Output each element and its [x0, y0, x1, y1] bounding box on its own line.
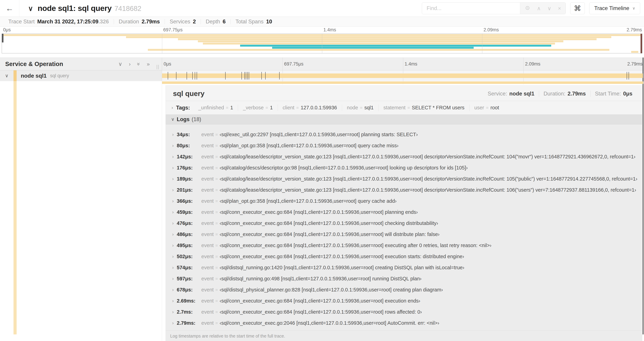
log-equals: =	[215, 221, 218, 226]
summary-item: Duration2.79ms	[114, 19, 165, 25]
tag-key: user	[474, 105, 484, 111]
log-entry-row[interactable]: ›678μs:event=‹sql/distsql_physical_plann…	[166, 284, 642, 295]
tag-key: node	[347, 105, 358, 111]
tag-equals: =	[226, 105, 228, 110]
tag-item: user=root	[470, 104, 504, 111]
log-marker-tick	[279, 72, 280, 80]
expand-one-icon[interactable]: ›	[129, 61, 130, 67]
log-marker-tick	[628, 72, 629, 80]
log-expand-chevron-icon: ›	[169, 187, 177, 192]
span-collapse-chevron-icon[interactable]: ∨	[0, 73, 14, 79]
summary-item: Services2	[165, 19, 201, 25]
back-button[interactable]: ←	[0, 0, 20, 17]
log-field-value: ‹sql/conn_executor_exec.go:684 [nsql1,cl…	[220, 220, 438, 226]
log-field-value: ‹sql/catalog/descs/descriptor.go:98 [nsq…	[220, 165, 468, 171]
log-entry-row[interactable]: ›476μs:event=‹sql/conn_executor_exec.go:…	[166, 218, 642, 229]
log-expand-chevron-icon: ›	[169, 287, 177, 292]
log-marker-tick	[168, 72, 168, 80]
log-expand-chevron-icon: ›	[169, 309, 177, 314]
summary-value: 2.79ms	[142, 19, 160, 25]
top-bar-actions: ∧ ∨ × ⌘ Trace Timeline ∨	[422, 3, 644, 14]
log-entry-row[interactable]: ›597μs:event=‹sql/distsql_running.go:498…	[166, 273, 642, 284]
span-row-name-cell[interactable]: ∨ node sql1 sql query	[0, 70, 162, 81]
tick-label: 0μs	[2, 27, 11, 33]
log-entry-row[interactable]: ›201μs:event=‹sql/catalog/lease/descript…	[166, 184, 642, 195]
log-expand-chevron-icon: ›	[169, 265, 177, 270]
logs-section-header[interactable]: ∨ Logs (18)	[166, 114, 642, 124]
view-selector-button[interactable]: Trace Timeline ∨	[589, 3, 640, 14]
tag-value: root	[490, 105, 499, 111]
timeline-right-edge-scrollbar[interactable]	[642, 58, 644, 334]
clear-find-icon[interactable]: ×	[558, 6, 561, 11]
prev-result-icon[interactable]: ∧	[537, 6, 541, 11]
tick-label: 1.4ms	[322, 27, 336, 33]
tags-expand-chevron-icon[interactable]: ›	[168, 105, 176, 110]
log-entry-row[interactable]: ›80μs:event=‹sql/plan_opt.go:358 [nsql1,…	[166, 140, 642, 151]
log-entry-row[interactable]: ›366μs:event=‹sql/plan_opt.go:358 [nsql1…	[166, 195, 642, 207]
span-detail-operation: sql query	[173, 90, 204, 98]
log-timestamp: 176μs:	[177, 165, 201, 171]
logs-footnote: Log timestamps are relative to the start…	[166, 330, 642, 341]
log-entry-row[interactable]: ›2.79ms:event=‹sql/conn_executor_exec.go…	[166, 317, 642, 328]
timeline-header-row: Service & Operation ∨ › » » || 0μs697.75…	[0, 58, 644, 70]
summary-value: 10	[266, 19, 272, 25]
log-entry-row[interactable]: ›34μs:event=‹sql/exec_util.go:2297 [nsql…	[166, 129, 642, 140]
log-field-value: ‹sql/conn_executor_exec.go:684 [nsql1,cl…	[220, 209, 418, 215]
log-expand-chevron-icon: ›	[169, 232, 177, 237]
log-marker-tick	[262, 72, 262, 80]
detail-span-bar-strip	[162, 81, 644, 84]
log-expand-chevron-icon: ›	[169, 210, 177, 215]
span-duration-bar[interactable]	[162, 74, 643, 78]
log-marker-tick	[176, 72, 176, 80]
log-timestamp: 189μs:	[177, 176, 201, 182]
next-result-icon[interactable]: ∨	[548, 6, 552, 11]
log-entry-row[interactable]: ›502μs:event=‹sql/conn_executor_exec.go:…	[166, 251, 642, 262]
log-entry-row[interactable]: ›189μs:event=‹sql/catalog/lease/descript…	[166, 173, 642, 184]
log-entry-row[interactable]: ›142μs:event=‹sql/catalog/lease/descript…	[166, 151, 642, 162]
title-chevron-down-icon[interactable]: ∨	[28, 5, 33, 13]
detail-span-bar	[162, 82, 643, 84]
find-input[interactable]	[422, 3, 520, 14]
log-field-key: event	[201, 198, 214, 204]
minimap-right-drag-handle[interactable]	[640, 34, 642, 53]
log-entry-row[interactable]: ›176μs:event=‹sql/catalog/descs/descript…	[166, 162, 642, 173]
minimap-span-bar	[203, 43, 555, 45]
log-equals: =	[215, 254, 218, 259]
log-entry-row[interactable]: ›2.7ms:event=‹sql/conn_executor_exec.go:…	[166, 306, 642, 317]
log-field-key: event	[201, 243, 214, 248]
find-actions: ∧ ∨ ×	[520, 3, 566, 14]
tags-label: Tags:	[176, 105, 190, 111]
log-equals: =	[215, 176, 218, 181]
dropdown-caret-icon: ∨	[632, 6, 635, 11]
timeline-tick-header: 0μs697.75μs1.4ms2.09ms2.79ms	[162, 58, 644, 70]
minimap-canvas[interactable]	[2, 34, 642, 53]
locate-icon[interactable]	[525, 5, 530, 12]
log-entry-row[interactable]: ›574μs:event=‹sql/distsql_running.go:142…	[166, 262, 642, 273]
log-entry-row[interactable]: ›459μs:event=‹sql/conn_executor_exec.go:…	[166, 207, 642, 218]
log-field-key: event	[201, 187, 214, 193]
log-timestamp: 476μs:	[177, 220, 201, 226]
collapse-one-icon[interactable]: ∨	[118, 61, 122, 67]
span-detail-header: sql query Service:node sql1Duration:2.79…	[166, 85, 642, 101]
log-field-key: event	[201, 132, 214, 137]
span-detail-meta: Service:node sql1Duration:2.79msStart Ti…	[483, 91, 637, 97]
tag-key: client	[283, 105, 294, 111]
log-marker-tick	[249, 72, 249, 80]
column-resize-handle[interactable]: ||	[156, 64, 160, 70]
log-field-key: event	[201, 220, 214, 226]
collapse-all-icon[interactable]: »	[136, 62, 142, 65]
expand-all-icon[interactable]: »	[147, 61, 150, 67]
log-field-key: event	[201, 143, 214, 149]
tick-label: 2.79ms	[626, 27, 642, 33]
log-entry-row[interactable]: ›2.69ms:event=‹sql/conn_executor_exec.go…	[166, 295, 642, 306]
trace-id: 7418682	[114, 5, 142, 13]
log-field-value: ‹sql/conn_executor_exec.go:684 [nsql1,cl…	[220, 243, 492, 248]
log-marker-tick	[265, 72, 266, 80]
keyboard-shortcuts-button[interactable]: ⌘	[570, 3, 585, 14]
log-timestamp: 459μs:	[177, 209, 201, 215]
log-entry-row[interactable]: ›486μs:event=‹sql/conn_executor_exec.go:…	[166, 229, 642, 240]
logs-list: ›34μs:event=‹sql/exec_util.go:2297 [nsql…	[166, 124, 642, 330]
log-entry-row[interactable]: ›495μs:event=‹sql/conn_executor_exec.go:…	[166, 240, 642, 251]
minimap-left-drag-handle[interactable]	[2, 34, 4, 43]
span-row-timeline-cell[interactable]	[162, 70, 644, 81]
